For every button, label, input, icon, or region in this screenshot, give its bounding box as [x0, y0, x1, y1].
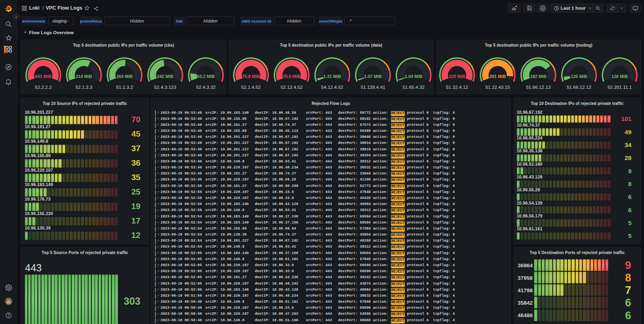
svg-text:51.66.12.12: 51.66.12.12: [567, 84, 591, 90]
svg-text:51.66.12.13: 51.66.12.13: [526, 84, 551, 90]
svg-text:135 MiB: 135 MiB: [571, 74, 587, 79]
svg-text:182 MiB: 182 MiB: [530, 74, 547, 79]
svg-text:126 MiB: 126 MiB: [611, 74, 628, 79]
svg-text:52.201.11.1: 52.201.11.1: [607, 84, 632, 90]
